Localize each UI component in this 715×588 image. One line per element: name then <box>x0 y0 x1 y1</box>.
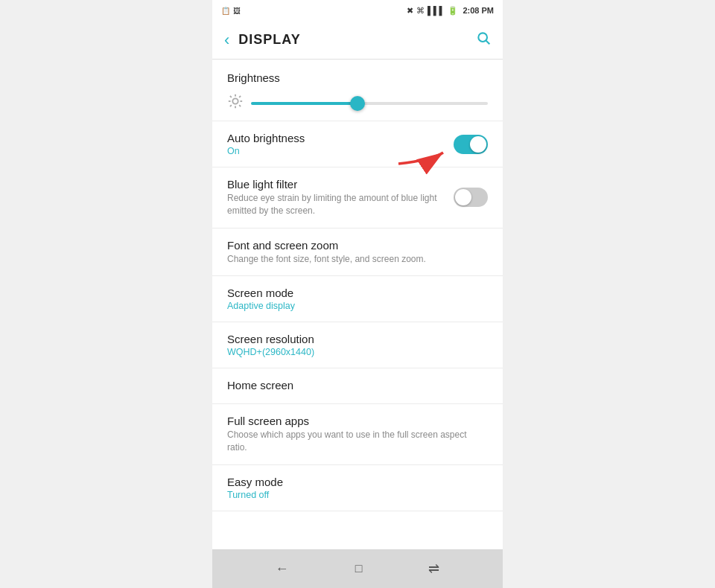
wifi-icon: ⌘ <box>416 6 425 16</box>
toggle-thumb-off <box>455 189 471 205</box>
nav-back-button[interactable]: ← <box>276 561 289 577</box>
status-bar: 📋 🖼 ✖ ⌘ ▌▌▌ 🔋 2:08 PM <box>212 0 503 21</box>
page-title: DISPLAY <box>238 32 476 48</box>
battery-icon: 🔋 <box>448 6 458 16</box>
time-display: 2:08 PM <box>463 6 494 15</box>
svg-line-1 <box>486 41 490 45</box>
phone-frame: 📋 🖼 ✖ ⌘ ▌▌▌ 🔋 2:08 PM ‹ DISPLAY Brightne… <box>212 0 503 588</box>
screen-mode-section[interactable]: Screen mode Adaptive display <box>212 276 503 322</box>
blue-light-toggle[interactable] <box>454 188 488 207</box>
bluetooth-icon: ✖ <box>407 6 413 16</box>
back-button[interactable]: ‹ <box>224 31 229 50</box>
svg-line-9 <box>230 105 232 106</box>
font-zoom-title: Font and screen zoom <box>227 239 488 252</box>
brightness-slider-thumb[interactable] <box>350 96 365 111</box>
font-zoom-desc: Change the font size, font style, and sc… <box>227 253 488 266</box>
blue-light-desc: Reduce eye strain by limiting the amount… <box>227 192 454 217</box>
status-left-icons: 📋 🖼 <box>221 7 241 15</box>
image-icon: 🖼 <box>233 7 241 15</box>
status-right-icons: ✖ ⌘ ▌▌▌ 🔋 2:08 PM <box>407 6 494 16</box>
nav-home-button[interactable]: □ <box>355 562 363 575</box>
svg-line-8 <box>239 105 241 106</box>
header: ‹ DISPLAY <box>212 21 503 60</box>
auto-brightness-text: Auto brightness On <box>227 132 454 156</box>
svg-line-10 <box>239 96 241 98</box>
toggle-track-on[interactable] <box>454 135 488 154</box>
full-screen-apps-desc: Choose which apps you want to use in the… <box>227 429 488 454</box>
settings-content: Brightness <box>212 60 503 549</box>
screen-mode-status: Adaptive display <box>227 301 488 311</box>
auto-brightness-toggle[interactable] <box>454 135 488 154</box>
svg-point-2 <box>232 98 238 103</box>
full-screen-apps-title: Full screen apps <box>227 415 488 427</box>
search-button[interactable] <box>476 31 491 49</box>
brightness-sun-icon <box>227 93 244 113</box>
home-screen-section[interactable]: Home screen <box>212 368 503 404</box>
font-zoom-section[interactable]: Font and screen zoom Change the font siz… <box>212 229 503 277</box>
toggle-thumb-on <box>470 136 486 153</box>
screen-mode-title: Screen mode <box>227 287 488 299</box>
brightness-slider[interactable] <box>251 102 488 105</box>
svg-point-0 <box>478 33 487 42</box>
signal-icon: ▌▌▌ <box>428 6 445 15</box>
brightness-label: Brightness <box>227 71 488 84</box>
blue-light-section[interactable]: Blue light filter Reduce eye strain by l… <box>212 167 503 229</box>
auto-brightness-status: On <box>227 146 454 156</box>
easy-mode-status: Turned off <box>227 490 488 500</box>
notification-icon: 📋 <box>221 7 230 15</box>
brightness-section: Brightness <box>212 60 503 121</box>
navigation-bar: ← □ ⇌ <box>212 549 503 588</box>
full-screen-apps-section[interactable]: Full screen apps Choose which apps you w… <box>212 404 503 465</box>
blue-light-title: Blue light filter <box>227 178 454 191</box>
brightness-slider-row <box>227 93 488 113</box>
screen-resolution-section[interactable]: Screen resolution WQHD+(2960x1440) <box>212 322 503 368</box>
easy-mode-title: Easy mode <box>227 476 488 488</box>
auto-brightness-title: Auto brightness <box>227 132 454 144</box>
svg-line-7 <box>230 96 232 98</box>
home-screen-title: Home screen <box>227 379 488 392</box>
screen-resolution-status: WQHD+(2960x1440) <box>227 347 488 357</box>
screen-resolution-title: Screen resolution <box>227 333 488 345</box>
auto-brightness-section[interactable]: Auto brightness On <box>212 121 503 167</box>
easy-mode-section[interactable]: Easy mode Turned off <box>212 465 503 511</box>
toggle-track-off[interactable] <box>454 188 488 207</box>
blue-light-text: Blue light filter Reduce eye strain by l… <box>227 178 454 217</box>
nav-recent-button[interactable]: ⇌ <box>428 560 439 577</box>
